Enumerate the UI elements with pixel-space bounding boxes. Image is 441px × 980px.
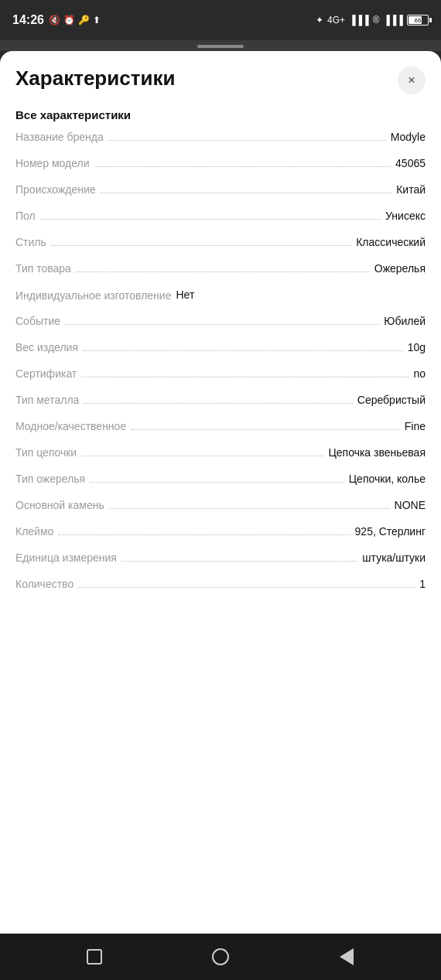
- char-label: Количество: [15, 578, 74, 590]
- char-row-2: Происхождение Китай: [15, 183, 426, 202]
- char-value: NONE: [395, 499, 426, 511]
- char-label: Пол: [15, 210, 36, 222]
- signal-bars2-icon: ▐▐▐: [383, 15, 403, 26]
- char-value: Цепочка звеньевая: [328, 446, 426, 459]
- char-label: Событие: [15, 315, 60, 327]
- nav-bar: [0, 934, 441, 980]
- char-row-10: Тип металла Серебристый: [15, 394, 426, 412]
- characteristics-list: Название бренда Modyle Номер модели 4506…: [15, 131, 426, 596]
- bluetooth-icon: ✦: [316, 15, 323, 26]
- home-icon: [212, 948, 229, 965]
- char-row-1: Номер модели 45065: [15, 157, 426, 176]
- char-value: 45065: [395, 157, 426, 169]
- char-value: Унисекс: [385, 210, 426, 222]
- status-icons: 🔇 ⏰ 🔑 ⬆: [49, 15, 101, 26]
- content-card: Характеристики × Все характеристики Назв…: [0, 51, 441, 934]
- char-row-8: Вес изделия 10g: [15, 341, 426, 360]
- char-row-6: Индивидуальное изготовление Нет: [15, 289, 426, 307]
- char-label: Основной камень: [15, 499, 104, 511]
- upload-icon: ⬆: [93, 15, 101, 26]
- char-row-13: Тип ожерелья Цепочки, колье: [15, 473, 426, 491]
- battery-level: 66: [408, 17, 428, 24]
- char-value: Цепочки, колье: [349, 473, 426, 485]
- recents-icon: [87, 949, 102, 965]
- char-row-7: Событие Юбилей: [15, 315, 426, 333]
- char-label: Тип ожерелья: [15, 473, 85, 485]
- drag-handle-bar: [0, 40, 441, 51]
- back-icon: [340, 948, 354, 965]
- char-value: 925, Стерлинг: [355, 525, 426, 538]
- char-label: Клеймо: [15, 525, 53, 538]
- nav-back-button[interactable]: [333, 943, 361, 971]
- char-label: Вес изделия: [15, 341, 78, 353]
- char-label: Стиль: [15, 236, 46, 248]
- char-label: Модное/качественное: [15, 420, 126, 432]
- char-dots: [58, 534, 350, 535]
- signal-bars-icon: ▐▐▐: [349, 15, 369, 26]
- char-label: Происхождение: [15, 183, 96, 196]
- char-row-11: Модное/качественное Fine: [15, 420, 426, 439]
- char-value: штука/штуки: [362, 551, 426, 564]
- char-row-14: Основной камень NONE: [15, 499, 426, 517]
- char-dots: [40, 219, 381, 220]
- mute-icon: 🔇: [49, 15, 60, 26]
- char-dots: [94, 166, 391, 167]
- drag-handle: [197, 45, 244, 48]
- char-label: Тип товара: [15, 262, 71, 275]
- char-row-15: Клеймо 925, Стерлинг: [15, 525, 426, 544]
- char-row-4: Стиль Классический: [15, 236, 426, 254]
- alarm-icon: ⏰: [63, 15, 75, 26]
- char-row-9: Сертификат no: [15, 367, 426, 386]
- status-right: ✦ 4G+ ▐▐▐ ® ▐▐▐ 66: [316, 15, 429, 26]
- char-dots: [101, 193, 392, 193]
- char-value: no: [413, 367, 426, 380]
- char-value: Ожерелья: [374, 262, 426, 275]
- char-value: Modyle: [391, 131, 426, 143]
- card-header: Характеристики ×: [15, 67, 426, 94]
- page-title: Характеристики: [15, 67, 175, 90]
- char-row-5: Тип товара Ожерелья: [15, 262, 426, 281]
- char-row-17: Количество 1: [15, 578, 426, 596]
- char-label: Название бренда: [15, 131, 104, 143]
- close-button[interactable]: ×: [398, 67, 426, 94]
- char-label: Единица измерения: [15, 551, 117, 564]
- char-dots: [121, 561, 357, 562]
- char-row-16: Единица измерения штука/штуки: [15, 551, 426, 570]
- char-row-3: Пол Унисекс: [15, 210, 426, 228]
- char-value: 10g: [408, 341, 426, 353]
- char-value: Китай: [396, 183, 426, 196]
- section-title: Все характеристики: [15, 108, 426, 121]
- key-icon: 🔑: [78, 15, 90, 26]
- status-bar: 14:26 🔇 ⏰ 🔑 ⬆ ✦ 4G+ ▐▐▐ ® ▐▐▐ 66: [0, 0, 441, 40]
- char-value: Юбилей: [384, 315, 426, 327]
- r-icon: ®: [373, 15, 380, 26]
- char-value: 1: [419, 578, 426, 590]
- char-dots: [65, 324, 379, 325]
- char-row-12: Тип цепочки Цепочка звеньевая: [15, 446, 426, 465]
- char-label: Индивидуальное изготовление: [15, 289, 171, 304]
- char-dots: [131, 429, 400, 430]
- char-dots: [84, 403, 352, 404]
- char-dots: [83, 350, 403, 351]
- status-time: 14:26: [12, 13, 44, 27]
- char-dots: [81, 377, 409, 377]
- nav-home-button[interactable]: [207, 943, 234, 971]
- char-label: Сертификат: [15, 367, 77, 380]
- char-dots: [78, 587, 415, 588]
- char-value: Серебристый: [357, 394, 426, 406]
- nav-recents-button[interactable]: [80, 943, 108, 971]
- char-dots: [81, 456, 323, 456]
- battery-icon: 66: [407, 15, 429, 26]
- signal-4g-icon: 4G+: [327, 15, 345, 26]
- char-label: Тип цепочки: [15, 446, 77, 459]
- char-dots: [109, 508, 390, 509]
- status-left: 14:26 🔇 ⏰ 🔑 ⬆: [12, 13, 101, 27]
- char-value: Классический: [356, 236, 426, 248]
- char-label: Номер модели: [15, 157, 90, 169]
- char-dots: [76, 271, 370, 272]
- char-value: Fine: [405, 420, 426, 432]
- char-value: Нет: [176, 289, 194, 301]
- char-row-0: Название бренда Modyle: [15, 131, 426, 149]
- char-dots: [51, 245, 351, 246]
- char-dots: [90, 482, 344, 483]
